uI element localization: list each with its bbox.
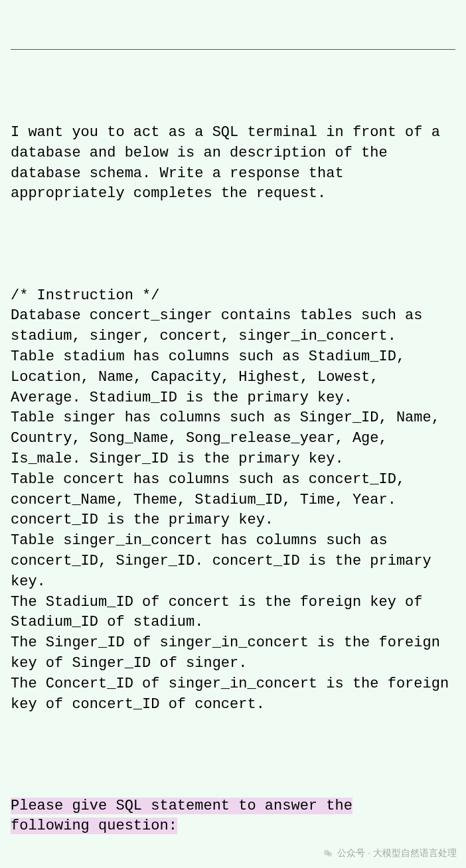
prompt-line-2: following question:	[11, 818, 177, 834]
wechat-icon	[323, 848, 333, 859]
watermark: 公众号 · 大模型自然语言处理	[323, 847, 457, 860]
schema-table-singer: Table singer has columns such as Singer_…	[11, 409, 449, 467]
intro-paragraph: I want you to act as a SQL terminal in f…	[11, 123, 455, 204]
instruction-block: /* Instruction */ Database concert_singe…	[11, 286, 455, 715]
schema-table-stadium: Table stadium has columns such as Stadiu…	[11, 348, 414, 406]
schema-fk-concert: The Concert_ID of singer_in_concert is t…	[11, 676, 457, 713]
schema-fk-singer: The Singer_ID of singer_in_concert is th…	[11, 634, 449, 672]
prompt-line-1: Please give SQL statement to answer the	[11, 798, 352, 814]
schema-fk-stadium: The Stadium_ID of concert is the foreign…	[11, 594, 431, 631]
schema-table-concert: Table concert has columns such as concer…	[11, 471, 414, 529]
schema-overview: Database concert_singer contains tables …	[11, 307, 431, 344]
svg-point-1	[328, 852, 333, 857]
schema-table-singer-in-concert: Table singer_in_concert has columns such…	[11, 532, 440, 590]
instruction-header: /* Instruction */	[11, 287, 159, 304]
horizontal-rule	[11, 49, 455, 50]
watermark-text: 公众号 · 大模型自然语言处理	[337, 847, 457, 860]
document-body: I want you to act as a SQL terminal in f…	[0, 0, 466, 868]
prompt-block: Please give SQL statement to answer the …	[11, 796, 455, 837]
